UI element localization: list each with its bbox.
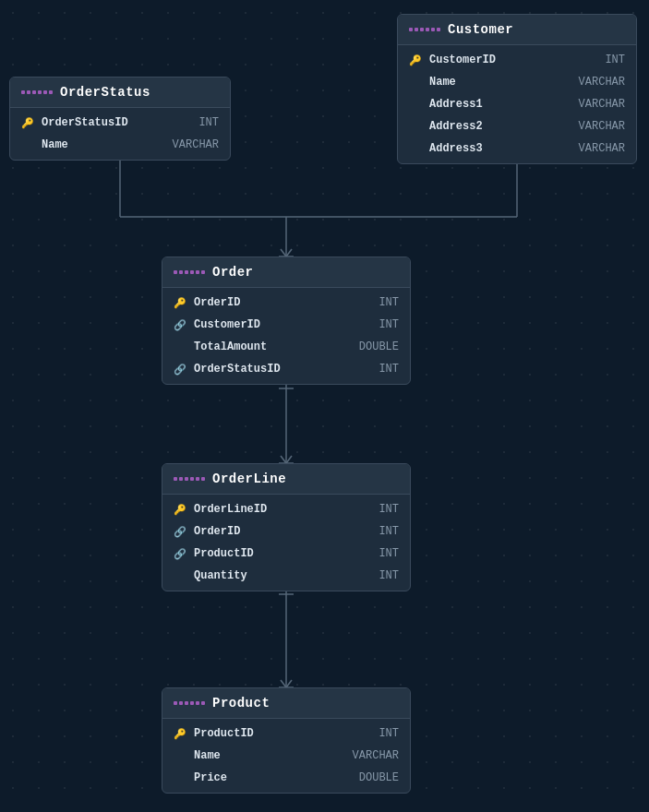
orderstatus-table-title: OrderStatus: [60, 85, 150, 100]
field-name: Address1: [429, 98, 573, 111]
field-type: VARCHAR: [579, 76, 625, 89]
field-name: TotalAmount: [194, 340, 354, 353]
order-table: Order 🔑 OrderID INT 🔗 CustomerID INT Tot…: [162, 257, 411, 385]
product-table: Product 🔑 ProductID INT Name VARCHAR Pri…: [162, 687, 411, 794]
field-name: OrderID: [194, 525, 373, 538]
field-name: Address3: [429, 142, 573, 155]
table-row: Name VARCHAR: [398, 71, 636, 93]
svg-line-16: [281, 456, 286, 463]
orderline-table-header: OrderLine: [162, 464, 410, 495]
field-name: OrderLineID: [194, 503, 373, 516]
table-row: Address3 VARCHAR: [398, 137, 636, 160]
table-row: 🔑 OrderLineID INT: [162, 498, 410, 520]
key-icon: 🔑: [21, 117, 36, 129]
link-icon: 🔗: [174, 364, 188, 376]
field-name: CustomerID: [429, 54, 599, 66]
table-row: 🔑 OrderStatusID INT: [10, 112, 230, 134]
field-type: VARCHAR: [173, 138, 219, 151]
svg-line-6: [281, 249, 286, 257]
field-name: Price: [194, 771, 354, 784]
field-type: DOUBLE: [359, 771, 399, 784]
field-name: Name: [429, 76, 573, 89]
customer-table: Customer 🔑 CustomerID INT Name VARCHAR A…: [397, 14, 637, 164]
svg-line-7: [286, 249, 292, 257]
order-orderline-connector: [279, 383, 294, 463]
table-row: Address2 VARCHAR: [398, 115, 636, 137]
field-type: VARCHAR: [579, 98, 625, 111]
orderline-product-connector: [279, 589, 294, 687]
key-icon: 🔑: [174, 504, 188, 516]
field-name: OrderStatusID: [194, 363, 373, 376]
field-type: INT: [605, 54, 625, 66]
table-row: 🔗 OrderStatusID INT: [162, 358, 410, 380]
customer-table-title: Customer: [448, 22, 513, 37]
field-name: ProductID: [194, 547, 373, 560]
table-row: 🔑 CustomerID INT: [398, 49, 636, 71]
field-type: INT: [379, 569, 399, 582]
key-icon: 🔑: [174, 297, 188, 309]
svg-line-17: [286, 456, 292, 463]
orderline-table-title: OrderLine: [212, 472, 286, 486]
table-row: Quantity INT: [162, 565, 410, 587]
link-icon: 🔗: [174, 548, 188, 560]
svg-line-22: [281, 680, 286, 687]
product-table-header: Product: [162, 688, 410, 719]
customer-table-body: 🔑 CustomerID INT Name VARCHAR Address1 V…: [398, 45, 636, 163]
table-row: 🔑 OrderID INT: [162, 292, 410, 314]
customer-table-header: Customer: [398, 15, 636, 45]
field-type: VARCHAR: [579, 120, 625, 133]
field-name: CustomerID: [194, 318, 373, 331]
table-row: 🔗 CustomerID INT: [162, 314, 410, 336]
orderstatus-table-body: 🔑 OrderStatusID INT Name VARCHAR: [10, 108, 230, 160]
table-row: TotalAmount DOUBLE: [162, 336, 410, 358]
field-type: DOUBLE: [359, 340, 399, 353]
table-grip-icon: [409, 28, 440, 31]
order-table-body: 🔑 OrderID INT 🔗 CustomerID INT TotalAmou…: [162, 288, 410, 384]
orderstatus-table-header: OrderStatus: [10, 78, 230, 108]
product-table-title: Product: [212, 696, 270, 710]
table-row: 🔑 ProductID INT: [162, 722, 410, 745]
field-name: Name: [42, 138, 167, 151]
svg-line-23: [286, 680, 292, 687]
field-type: INT: [379, 525, 399, 538]
field-type: INT: [198, 116, 219, 129]
order-table-title: Order: [212, 265, 254, 280]
orderline-table-body: 🔑 OrderLineID INT 🔗 OrderID INT 🔗 Produc…: [162, 495, 410, 591]
order-table-header: Order: [162, 257, 410, 288]
orderstatus-table: OrderStatus 🔑 OrderStatusID INT Name VAR…: [9, 77, 231, 161]
field-type: INT: [379, 363, 399, 376]
field-type: INT: [379, 547, 399, 560]
field-name: OrderStatusID: [42, 116, 193, 129]
field-type: INT: [379, 503, 399, 516]
product-table-body: 🔑 ProductID INT Name VARCHAR Price DOUBL…: [162, 719, 410, 793]
field-name: Name: [194, 749, 347, 762]
link-icon: 🔗: [174, 319, 188, 331]
table-row: 🔗 OrderID INT: [162, 520, 410, 543]
field-name: Address2: [429, 120, 573, 133]
table-grip-icon: [174, 701, 205, 705]
table-row: Name VARCHAR: [10, 134, 230, 156]
field-type: INT: [379, 727, 399, 740]
table-grip-icon: [174, 270, 205, 274]
field-name: ProductID: [194, 727, 373, 740]
table-row: Address1 VARCHAR: [398, 93, 636, 115]
table-row: Name VARCHAR: [162, 745, 410, 767]
orderline-table: OrderLine 🔑 OrderLineID INT 🔗 OrderID IN…: [162, 463, 411, 591]
key-icon: 🔑: [409, 54, 424, 66]
field-type: INT: [379, 318, 399, 331]
field-type: VARCHAR: [579, 142, 625, 155]
table-row: Price DOUBLE: [162, 767, 410, 789]
link-icon: 🔗: [174, 526, 188, 538]
key-icon: 🔑: [174, 728, 188, 740]
field-name: OrderID: [194, 296, 373, 309]
field-type: INT: [379, 296, 399, 309]
field-name: Quantity: [194, 569, 373, 582]
table-grip-icon: [174, 477, 205, 481]
table-row: 🔗 ProductID INT: [162, 543, 410, 565]
orderstatus-order-connector: [113, 147, 294, 257]
table-grip-icon: [21, 90, 53, 94]
field-type: VARCHAR: [353, 749, 399, 762]
